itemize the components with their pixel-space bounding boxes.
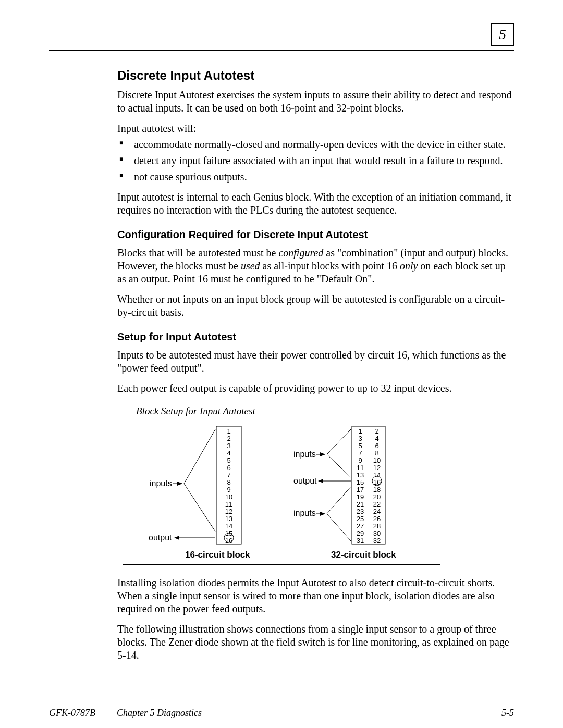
svg-text:21: 21 [357,500,364,508]
svg-text:31: 31 [357,537,364,545]
svg-text:23: 23 [357,508,364,515]
svg-text:6: 6 [375,442,378,450]
svg-text:8: 8 [227,478,230,486]
after-fig-p2: The following illustration shows connect… [117,623,512,662]
svg-text:18: 18 [373,486,381,493]
footer-doc-id: GFK-0787B [49,707,95,719]
svg-text:10: 10 [225,493,232,501]
svg-text:5: 5 [227,456,230,464]
svg-text:11: 11 [357,464,364,472]
svg-text:12: 12 [373,464,381,472]
text-italic: configured [278,247,323,258]
figure-svg: 12345678910111213141516 inputs output 16… [123,411,440,565]
svg-text:9: 9 [227,486,230,493]
setup-p1: Inputs to be autotested must have their … [117,349,512,375]
svg-text:12: 12 [225,508,232,515]
after-fig-p1: Installing isolation diodes permits the … [117,576,512,615]
svg-text:27: 27 [357,522,364,530]
svg-text:13: 13 [357,471,364,479]
svg-text:29: 29 [357,529,364,537]
list-item: detect any input failure associated with… [117,154,512,167]
label-inputs: inputs [293,509,316,517]
caption-16: 16-circuit block [185,550,250,560]
svg-text:25: 25 [357,515,364,523]
lead: Input autotest will: [117,122,512,135]
config-p2: Whether or not inputs on an input block … [117,293,512,319]
svg-text:28: 28 [373,522,381,530]
svg-text:3: 3 [227,442,230,450]
label-output: output [149,533,172,542]
after-bullets: Input autotest is internal to each Geniu… [117,191,512,217]
svg-line-57 [327,454,351,477]
text: as all-input blocks with point 16 [260,260,400,272]
svg-text:4: 4 [227,449,230,457]
config-p1: Blocks that will be autotested must be c… [117,246,512,286]
svg-text:11: 11 [225,500,232,508]
svg-line-60 [327,487,351,514]
svg-text:30: 30 [373,529,381,537]
svg-text:13: 13 [225,515,232,523]
label-inputs: inputs [150,479,172,488]
svg-text:1: 1 [227,427,230,435]
svg-text:10: 10 [373,456,381,464]
chapter-number: 5 [499,26,506,42]
svg-text:15: 15 [357,478,364,486]
svg-line-56 [327,429,351,454]
text-italic: used [241,260,260,272]
config-title: Configuration Required for Discrete Inpu… [117,228,512,241]
list-item: not cause spurious outputs. [117,170,512,183]
svg-text:26: 26 [373,515,381,523]
svg-text:19: 19 [357,493,364,501]
intro: Discrete Input Autotest exercises the sy… [117,89,512,115]
svg-line-18 [184,429,215,484]
setup-p2: Each power feed output is capable of pro… [117,382,512,395]
footer-chapter: Chapter 5 Diagnostics [117,707,202,719]
svg-text:2: 2 [227,435,230,442]
svg-text:8: 8 [375,449,378,457]
text: Blocks that will be autotested must be [117,247,278,258]
chapter-number-box: 5 [491,23,514,46]
page: 5 Discrete Input Autotest Discrete Input… [0,0,563,728]
svg-line-19 [184,484,215,532]
block-16: 12345678910111213141516 inputs output 16… [149,426,250,560]
bullet-list: accommodate normally-closed and normally… [117,138,512,183]
svg-text:14: 14 [225,522,232,530]
svg-text:20: 20 [373,493,381,501]
setup-title: Setup for Input Autotest [117,330,512,343]
text-italic: only [400,260,418,272]
svg-text:22: 22 [373,500,381,508]
label-output: output [293,476,317,485]
section-title: Discrete Input Autotest [117,68,512,83]
footer-page-number: 5-5 [501,707,514,719]
svg-text:14: 14 [373,471,381,479]
svg-text:7: 7 [358,449,362,457]
svg-text:5: 5 [358,442,362,450]
svg-line-61 [327,514,351,541]
figure-block-setup: Block Setup for Input Autotest 123456789… [117,403,440,565]
label-inputs: inputs [293,450,316,459]
svg-text:17: 17 [357,486,364,493]
list-item: accommodate normally-closed and normally… [117,138,512,151]
block-32: 135791113151719212325272931 246810121416… [293,426,396,560]
header-rule [49,50,514,51]
svg-text:32: 32 [373,537,381,545]
svg-text:7: 7 [227,471,230,479]
svg-text:2: 2 [375,427,378,435]
svg-text:16: 16 [225,537,232,545]
svg-text:6: 6 [227,464,230,472]
svg-text:3: 3 [358,435,362,442]
svg-text:9: 9 [358,456,362,464]
caption-32: 32-circuit block [331,550,396,560]
content: Discrete Input Autotest Discrete Input A… [117,68,512,669]
svg-text:4: 4 [375,435,378,442]
svg-text:24: 24 [373,508,381,515]
svg-text:1: 1 [358,427,362,435]
